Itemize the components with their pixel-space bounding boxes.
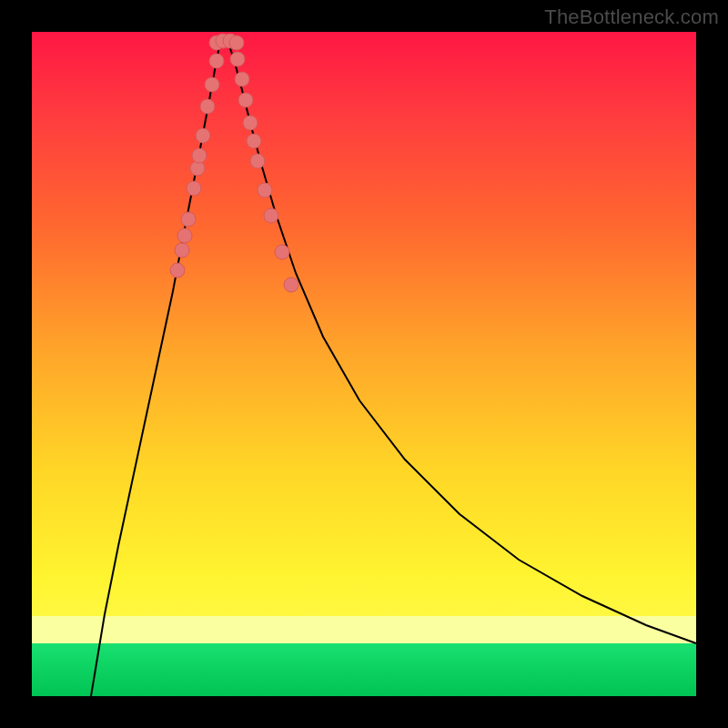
watermark-text: TheBottleneck.com	[544, 5, 719, 29]
marker-dot	[170, 263, 185, 278]
marker-dot	[238, 93, 253, 107]
marker-dot	[250, 154, 265, 168]
marker-dot	[192, 148, 207, 163]
marker-dot	[181, 212, 196, 227]
marker-dot	[200, 99, 215, 114]
marker-dot	[264, 208, 278, 223]
marker-dot	[284, 278, 298, 292]
marker-dot	[196, 128, 210, 143]
marker-dot	[205, 77, 219, 92]
chart-stage: TheBottleneck.com	[0, 0, 728, 728]
marker-dot	[243, 116, 258, 130]
marker-dot	[258, 183, 272, 197]
marker-group	[170, 34, 298, 292]
marker-dot	[209, 54, 224, 68]
marker-dot	[275, 245, 289, 259]
chart-overlay	[32, 32, 696, 696]
marker-dot	[229, 35, 244, 50]
marker-dot	[177, 228, 192, 243]
marker-dot	[187, 181, 201, 196]
marker-dot	[230, 52, 245, 66]
curve-right	[228, 41, 696, 643]
marker-dot	[235, 72, 249, 86]
marker-dot	[175, 243, 189, 258]
marker-dot	[247, 134, 261, 148]
marker-dot	[190, 161, 205, 176]
